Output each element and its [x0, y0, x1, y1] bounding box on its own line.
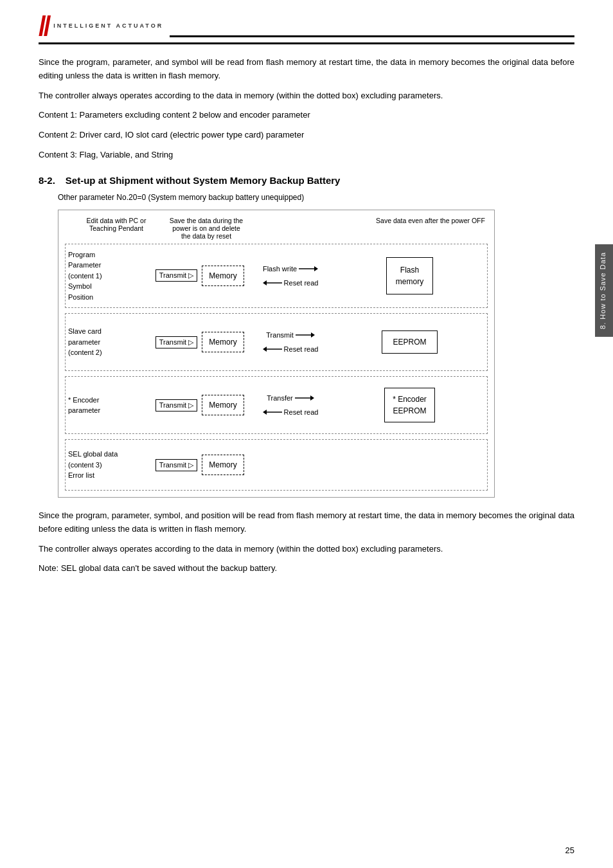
- row4-memory: Memory: [197, 440, 249, 490]
- diagram-top-labels: Edit data with PC orTeaching Pendant Sav…: [65, 217, 488, 240]
- row3-arrow-down: Reset read: [263, 408, 319, 417]
- diagram-row-4: SEL global data(content 3)Error list Tra…: [65, 439, 488, 491]
- header: // INTELLIGENT ACTUATOR: [39, 13, 574, 44]
- side-tab: 8. How to Save Data: [595, 244, 613, 337]
- page-container: // INTELLIGENT ACTUATOR Since the progra…: [0, 0, 613, 868]
- top-label-col1: Edit data with PC orTeaching Pendant: [65, 217, 168, 232]
- outro-para-1: Since the program, parameter, symbol, an…: [39, 509, 574, 536]
- row3-target-box: * EncoderEEPROM: [384, 388, 435, 422]
- logo-text: INTELLIGENT ACTUATOR: [53, 23, 163, 29]
- row2-transmit-box: Transmit ▷: [155, 336, 197, 348]
- row1-transmit: Transmit ▷: [155, 244, 197, 308]
- row3-label: * Encoderparameter: [66, 377, 155, 433]
- svg-marker-1: [314, 266, 318, 271]
- logo-icon: //: [39, 13, 48, 40]
- logo-area: // INTELLIGENT ACTUATOR: [39, 13, 163, 40]
- row4-label: SEL global data(content 3)Error list: [66, 440, 155, 490]
- section-title: Set-up at Shipment without System Memory…: [66, 175, 341, 186]
- row1-arrows: Flash write Reset read: [249, 244, 332, 308]
- svg-marker-5: [311, 332, 315, 338]
- diagram-row-3: * Encoderparameter Transmit ▷ Memory Tra…: [65, 376, 488, 434]
- row3-target: * EncoderEEPROM: [332, 377, 487, 433]
- content-item-1: Content 1: Parameters excluding content …: [39, 109, 574, 122]
- row3-transmit: Transmit ▷: [155, 377, 197, 433]
- top-label-col2: Save the data during thepower is on and …: [168, 217, 245, 240]
- outro-para-3: Note: SEL global data can't be saved wit…: [39, 562, 574, 575]
- section-number: 8-2.: [39, 175, 55, 186]
- top-label-col4: Save data even after the power OFF: [373, 217, 488, 224]
- row1-memory: Memory: [197, 244, 249, 308]
- row2-arrow-down: Reset read: [263, 345, 319, 354]
- row3-arrows: Transfer Reset read: [249, 377, 332, 433]
- row2-memory: Memory: [197, 314, 249, 370]
- row4-transmit-box: Transmit ▷: [155, 459, 197, 471]
- diagram-row-1: ProgramParameter(content 1)SymbolPositio…: [65, 244, 488, 309]
- diagram-subtitle: Other parameter No.20=0 (System memory b…: [58, 192, 574, 203]
- row1-transmit-box: Transmit ▷: [155, 269, 197, 282]
- svg-marker-9: [310, 395, 314, 401]
- row1-memory-box: Memory: [202, 266, 244, 286]
- content-item-3: Content 3: Flag, Variable, and String: [39, 149, 574, 162]
- row2-target-box: EEPROM: [382, 330, 437, 354]
- row1-arrow-down: Reset read: [263, 278, 319, 287]
- row2-target: EEPROM: [332, 314, 487, 370]
- row4-memory-box: Memory: [202, 455, 244, 475]
- intro-para-2: The controller always operates according…: [39, 89, 574, 103]
- svg-marker-7: [263, 347, 267, 352]
- diagram-row-2: Slave cardparameter(content 2) Transmit …: [65, 313, 488, 371]
- row2-arrow-up: Transmit: [266, 330, 314, 339]
- row3-memory-box: Memory: [202, 395, 244, 415]
- outro-para-2: The controller always operates according…: [39, 543, 574, 556]
- row4-transmit: Transmit ▷: [155, 440, 197, 490]
- page-number: 25: [565, 845, 574, 855]
- row3-arrow-up: Transfer: [267, 393, 314, 402]
- header-line: [170, 35, 574, 37]
- row1-label: ProgramParameter(content 1)SymbolPositio…: [66, 244, 155, 308]
- row1-target-box: Flashmemory: [386, 257, 433, 294]
- svg-marker-11: [263, 410, 267, 415]
- row3-memory: Memory: [197, 377, 249, 433]
- content-item-2: Content 2: Driver card, IO slot card (el…: [39, 129, 574, 142]
- diagram: Edit data with PC orTeaching Pendant Sav…: [58, 210, 495, 498]
- svg-marker-3: [263, 280, 267, 285]
- row2-memory-box: Memory: [202, 332, 244, 352]
- row1-arrow-up: Flash write: [263, 264, 318, 273]
- row2-transmit: Transmit ▷: [155, 314, 197, 370]
- row2-arrows: Transmit Reset read: [249, 314, 332, 370]
- row2-label: Slave cardparameter(content 2): [66, 314, 155, 370]
- section-heading: 8-2. Set-up at Shipment without System M…: [39, 175, 574, 186]
- row3-transmit-box: Transmit ▷: [155, 399, 197, 411]
- intro-para-1: Since the program, parameter, and symbol…: [39, 56, 574, 83]
- row1-target: Flashmemory: [332, 244, 487, 308]
